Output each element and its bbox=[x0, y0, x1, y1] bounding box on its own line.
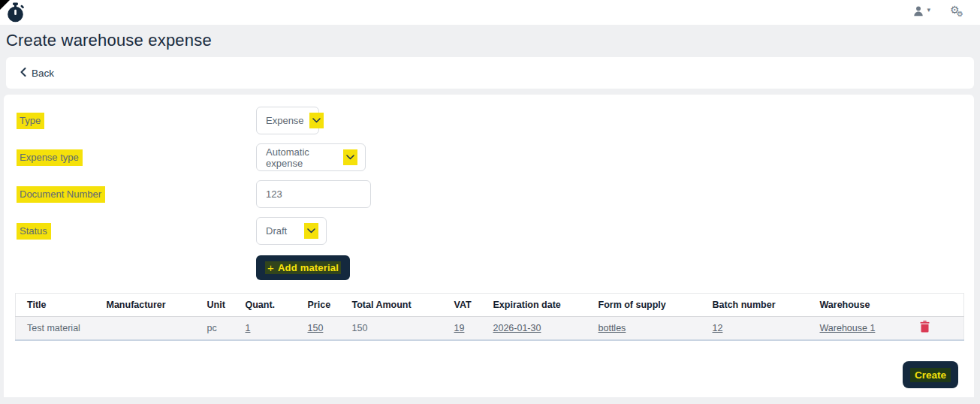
status-select-value: Draft bbox=[266, 225, 287, 237]
document-number-label: Document Number bbox=[17, 186, 105, 203]
table-header-row: Title Manufacturer Unit Quant. Price Tot… bbox=[16, 294, 964, 317]
cell-vat[interactable]: 19 bbox=[454, 323, 465, 333]
back-card: Back bbox=[6, 57, 974, 89]
back-label: Back bbox=[32, 68, 54, 79]
settings-button[interactable]: ⚙ ⚙ bbox=[950, 5, 966, 20]
col-header-unit: Unit bbox=[207, 294, 246, 317]
cell-title: Test material bbox=[16, 317, 107, 340]
materials-table: Title Manufacturer Unit Quant. Price Tot… bbox=[15, 293, 962, 341]
expense-type-select[interactable]: Automatic expense bbox=[256, 143, 366, 171]
user-menu-button[interactable]: ▾ bbox=[912, 5, 930, 20]
cell-manufacturer bbox=[107, 317, 207, 340]
expense-type-label: Expense type bbox=[17, 149, 83, 166]
plus-icon: + bbox=[267, 262, 274, 273]
col-header-expiration-date: Expiration date bbox=[493, 294, 599, 317]
page-title: Create warehouse expense bbox=[6, 31, 974, 50]
chevron-left-icon bbox=[20, 68, 26, 79]
expense-form-card: Type Expense Expense type Automatic expe… bbox=[4, 95, 974, 397]
cell-batch-number[interactable]: 12 bbox=[713, 323, 723, 333]
back-button[interactable]: Back bbox=[20, 68, 54, 79]
cell-unit: pc bbox=[207, 317, 246, 340]
col-header-title: Title bbox=[16, 294, 107, 317]
col-header-quant: Quant. bbox=[246, 294, 308, 317]
form-row-expense-type: Expense type Automatic expense bbox=[13, 143, 963, 171]
chevron-down-icon bbox=[343, 149, 357, 165]
trash-icon bbox=[920, 321, 930, 335]
col-header-price: Price bbox=[308, 294, 352, 317]
col-header-warehouse: Warehouse bbox=[820, 294, 920, 317]
col-header-actions bbox=[920, 294, 964, 317]
form-row-status: Status Draft bbox=[13, 217, 963, 245]
form-row-document-number: Document Number bbox=[13, 180, 963, 208]
col-header-vat: VAT bbox=[454, 294, 493, 317]
col-header-total-amount: Total Amount bbox=[352, 294, 454, 317]
col-header-manufacturer: Manufacturer bbox=[107, 294, 207, 317]
cell-form-of-supply[interactable]: bottles bbox=[599, 323, 626, 333]
title-bar: Create warehouse expense bbox=[0, 25, 980, 57]
col-header-form-of-supply: Form of supply bbox=[599, 294, 713, 317]
status-select[interactable]: Draft bbox=[256, 217, 327, 245]
type-label: Type bbox=[17, 113, 44, 129]
status-label: Status bbox=[17, 223, 51, 240]
gear-small-icon: ⚙ bbox=[957, 10, 963, 18]
cell-price[interactable]: 150 bbox=[308, 323, 324, 333]
add-material-label: Add material bbox=[278, 262, 339, 273]
form-row-type: Type Expense bbox=[13, 107, 963, 134]
user-icon bbox=[912, 5, 924, 20]
cell-expiration-date[interactable]: 2026-01-30 bbox=[493, 323, 541, 333]
table-row: Test material pc 1 150 150 19 2026-01-30… bbox=[16, 317, 964, 340]
cell-total-amount: 150 bbox=[352, 317, 454, 340]
add-material-button[interactable]: + Add material bbox=[256, 255, 350, 280]
document-number-input[interactable] bbox=[256, 180, 371, 208]
chevron-down-icon: ▾ bbox=[927, 5, 930, 15]
screen-corner-fold bbox=[0, 0, 10, 10]
type-select-value: Expense bbox=[266, 115, 304, 126]
chevron-down-icon bbox=[309, 113, 324, 128]
cell-warehouse[interactable]: Warehouse 1 bbox=[820, 323, 876, 333]
top-bar: ▾ ⚙ ⚙ bbox=[0, 0, 980, 25]
delete-row-button[interactable] bbox=[920, 321, 930, 335]
expense-type-select-value: Automatic expense bbox=[266, 146, 337, 169]
create-button[interactable]: Create bbox=[903, 361, 958, 388]
type-select[interactable]: Expense bbox=[256, 107, 319, 134]
chevron-down-icon bbox=[304, 223, 318, 239]
cell-quantity[interactable]: 1 bbox=[246, 323, 251, 333]
create-button-label: Create bbox=[910, 368, 951, 382]
col-header-batch-number: Batch number bbox=[713, 294, 820, 317]
